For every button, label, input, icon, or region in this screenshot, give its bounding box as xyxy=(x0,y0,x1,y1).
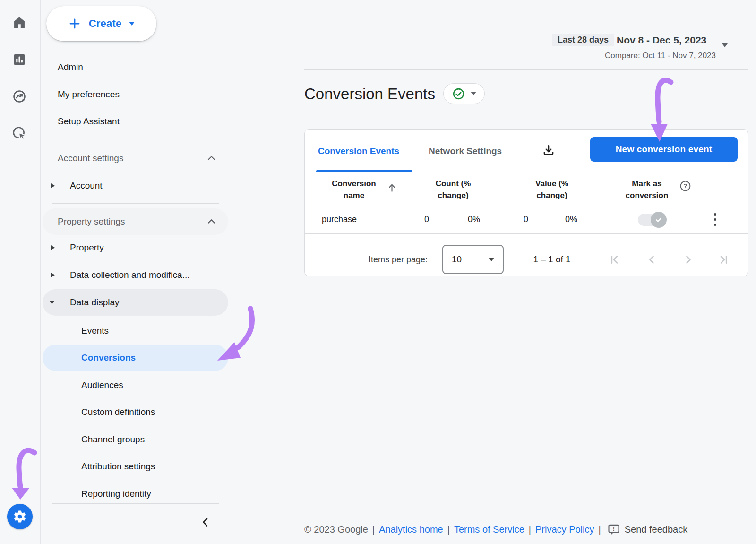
header-divider xyxy=(304,69,748,70)
home-icon xyxy=(12,15,27,30)
nav-item-custom-definitions[interactable]: Custom definitions xyxy=(81,407,155,417)
footer-link-privacy[interactable]: Privacy Policy xyxy=(535,524,594,535)
reports-nav-button[interactable] xyxy=(9,49,30,70)
nav-item-property[interactable]: Property xyxy=(70,242,104,253)
chevron-down-icon xyxy=(471,92,476,95)
footer-copyright: © 2023 Google xyxy=(304,524,368,535)
expand-right-icon[interactable] xyxy=(51,273,55,277)
nav-divider xyxy=(52,138,219,138)
col-header-value[interactable]: Value (% change) xyxy=(521,178,583,201)
row-count-change: 0% xyxy=(468,215,480,225)
page-title: Conversion Events xyxy=(304,85,435,103)
row-value-change: 0% xyxy=(565,215,577,225)
page-size-select[interactable]: 10 xyxy=(442,245,504,274)
nav-item-reporting-identity[interactable]: Reporting identity xyxy=(81,489,151,499)
items-per-page-label: Items per page: xyxy=(369,255,428,265)
nav-item-setup-assistant[interactable]: Setup Assistant xyxy=(58,116,120,127)
footer-link-analytics-home[interactable]: Analytics home xyxy=(379,524,443,535)
row-conversion-name: purchase xyxy=(322,215,357,225)
footer: © 2023 Google | Analytics home | Terms o… xyxy=(304,523,687,536)
settings-gear-icon xyxy=(13,509,27,524)
chevron-up-icon[interactable] xyxy=(207,155,215,161)
last-page-button[interactable] xyxy=(717,253,730,266)
collapse-sidebar-button[interactable] xyxy=(200,517,211,527)
row-menu-button[interactable] xyxy=(714,213,716,226)
nav-item-my-preferences[interactable]: My preferences xyxy=(58,89,120,100)
nav-item-audiences[interactable]: Audiences xyxy=(81,380,123,390)
tabs-divider xyxy=(305,174,748,174)
nav-item-admin[interactable]: Admin xyxy=(58,62,83,72)
plus-icon xyxy=(68,17,81,30)
footer-link-terms[interactable]: Terms of Service xyxy=(454,524,524,535)
page-size-value: 10 xyxy=(452,254,462,265)
advertising-icon xyxy=(12,126,27,141)
footer-separator: | xyxy=(529,524,531,535)
nav-item-attribution-settings[interactable]: Attribution settings xyxy=(81,461,155,472)
pagination-range: 1 – 1 of 1 xyxy=(533,254,570,265)
footer-separator: | xyxy=(599,524,601,535)
header-row-divider xyxy=(305,204,748,204)
row-value: 0 xyxy=(524,215,528,225)
check-icon xyxy=(654,216,663,224)
download-icon xyxy=(541,144,556,158)
tab-network-settings[interactable]: Network Settings xyxy=(429,146,502,156)
previous-page-button[interactable] xyxy=(645,253,658,266)
ga4-admin-page: Create Admin My preferences Setup Assist… xyxy=(0,0,756,544)
annotation-arrow-admin-gear xyxy=(6,443,40,503)
nav-divider xyxy=(52,503,219,504)
chevron-down-icon xyxy=(489,258,494,261)
date-range[interactable]: Nov 8 - Dec 5, 2023 xyxy=(617,35,706,46)
row-count: 0 xyxy=(424,215,429,225)
svg-text:?: ? xyxy=(684,182,687,190)
nav-item-data-collection[interactable]: Data collection and modifica... xyxy=(70,270,189,280)
expand-right-icon[interactable] xyxy=(51,183,55,188)
svg-text:!: ! xyxy=(613,525,615,532)
annotation-arrow-conversions xyxy=(214,304,258,364)
nav-item-conversions[interactable]: Conversions xyxy=(81,353,136,363)
nav-item-events[interactable]: Events xyxy=(81,326,109,336)
col-header-mark-as-conversion[interactable]: Mark as conversion xyxy=(614,178,680,201)
annotation-arrow-new-conversion xyxy=(642,75,679,146)
explore-nav-button[interactable] xyxy=(9,86,30,107)
date-caret-icon[interactable] xyxy=(722,43,728,47)
section-property-settings[interactable]: Property settings xyxy=(58,216,125,227)
nav-item-account[interactable]: Account xyxy=(70,181,103,191)
download-button[interactable] xyxy=(541,144,556,158)
date-preset-chip[interactable]: Last 28 days xyxy=(552,34,614,46)
feedback-bubble-icon: ! xyxy=(607,523,620,536)
toggle-thumb xyxy=(651,212,667,228)
sort-ascending-icon[interactable] xyxy=(387,183,397,193)
date-compare: Compare: Oct 11 - Nov 7, 2023 xyxy=(562,51,716,60)
col-header-conversion-name[interactable]: Conversion name xyxy=(321,178,387,201)
rail-divider xyxy=(40,0,41,544)
home-nav-button[interactable] xyxy=(9,12,30,33)
title-status-dropdown[interactable] xyxy=(443,83,485,104)
nav-divider xyxy=(52,203,219,204)
help-icon[interactable]: ? xyxy=(679,180,691,192)
nav-item-channel-groups[interactable]: Channel groups xyxy=(81,434,145,445)
first-page-button[interactable] xyxy=(608,253,621,266)
reports-icon xyxy=(12,52,26,67)
collapse-down-icon[interactable] xyxy=(50,301,54,304)
active-tab-underline xyxy=(316,170,412,172)
send-feedback[interactable]: Send feedback xyxy=(625,524,687,535)
green-check-icon xyxy=(452,87,465,100)
row-divider xyxy=(305,233,748,234)
create-button-label: Create xyxy=(89,17,122,30)
explore-icon xyxy=(12,89,27,104)
nav-item-data-display[interactable]: Data display xyxy=(70,297,120,308)
tab-conversion-events[interactable]: Conversion Events xyxy=(318,146,399,156)
advertising-nav-button[interactable] xyxy=(9,123,30,144)
chevron-down-icon xyxy=(129,22,135,26)
create-button[interactable]: Create xyxy=(46,6,156,41)
section-account-settings[interactable]: Account settings xyxy=(58,153,123,164)
admin-gear-button[interactable] xyxy=(7,504,33,529)
chevron-up-icon[interactable] xyxy=(207,219,215,224)
next-page-button[interactable] xyxy=(682,253,695,266)
footer-separator: | xyxy=(372,524,375,535)
new-conversion-event-label: New conversion event xyxy=(616,144,713,155)
footer-separator: | xyxy=(447,524,450,535)
col-header-count[interactable]: Count (% change) xyxy=(422,178,484,201)
mark-as-conversion-toggle[interactable] xyxy=(638,214,665,226)
expand-right-icon[interactable] xyxy=(51,245,55,250)
